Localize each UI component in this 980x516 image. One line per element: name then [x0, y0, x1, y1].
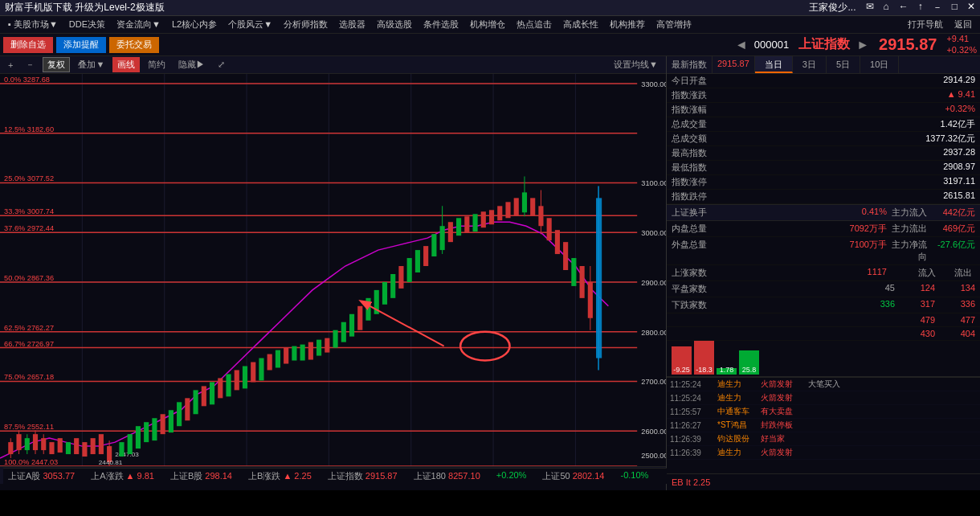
- minimize-icon[interactable]: －: [933, 1, 942, 14]
- close-icon[interactable]: ✕: [967, 1, 975, 14]
- fall-row: 下跌家数 336 317 336: [667, 297, 980, 313]
- act-time-4: 11:26:39: [670, 435, 714, 444]
- zoom-in-btn[interactable]: +: [3, 59, 18, 72]
- act-action-3: 封跌停板: [761, 420, 805, 431]
- menu-item-institution[interactable]: 机构增仓: [465, 17, 510, 32]
- main-content: + － 复权 叠加▼ 画线 简约 隐藏▶ ⤢ 设置均线▼: [0, 56, 980, 490]
- commission-trade-button[interactable]: 委托交易: [109, 37, 159, 53]
- svg-rect-58: [66, 442, 71, 454]
- dianjia-btn[interactable]: 叠加▼: [73, 57, 109, 72]
- flow-in-label: 流入 流出: [887, 267, 975, 279]
- fullscreen-btn[interactable]: ⤢: [213, 58, 230, 72]
- svg-rect-101: [398, 266, 403, 289]
- eb-label: EB It 2.25: [672, 477, 710, 487]
- setting-btn[interactable]: 设置均线▼: [609, 57, 663, 72]
- menu-item-back[interactable]: 返回: [949, 17, 977, 32]
- menu-item-l2[interactable]: L2核心内参: [167, 17, 222, 32]
- flow-header: 上证换手 0.41% 主力流入 442亿元: [667, 205, 980, 221]
- act-row-5: 11:26:39 迪生力 火箭发射: [667, 446, 980, 460]
- svg-rect-113: [489, 210, 494, 224]
- svg-rect-120: [538, 206, 543, 226]
- a-change-val: ▲ 9.81: [126, 471, 154, 481]
- menu-item-dde[interactable]: DDE决策: [64, 17, 110, 32]
- menu-item-exec[interactable]: 高管增持: [651, 17, 696, 32]
- svg-rect-115: [505, 202, 510, 218]
- sh50-pct: -0.10%: [620, 470, 648, 482]
- tab-today[interactable]: 当日: [755, 56, 793, 73]
- add-reminder-button[interactable]: 添加提醒: [56, 37, 106, 53]
- menu-item-analyst[interactable]: 分析师指数: [279, 17, 333, 32]
- svg-rect-127: [588, 282, 593, 318]
- zoom-out-btn[interactable]: －: [21, 57, 39, 72]
- index-nav-left[interactable]: ◄: [735, 38, 748, 52]
- med-out: 477: [935, 315, 975, 325]
- svg-rect-52: [33, 434, 38, 450]
- svg-rect-92: [325, 338, 329, 353]
- act-time-5: 11:26:39: [670, 448, 714, 457]
- bar-val-3: 1.78: [720, 366, 734, 375]
- tab-3day[interactable]: 3日: [793, 56, 827, 73]
- svg-text:2900.00: 2900.00: [641, 279, 666, 287]
- svg-point-133: [460, 332, 509, 361]
- svg-rect-81: [235, 370, 239, 390]
- draw-btn[interactable]: 画线: [112, 57, 140, 72]
- tab-5day[interactable]: 5日: [827, 56, 860, 73]
- jian-btn[interactable]: 简约: [143, 57, 170, 72]
- act-action-4: 好当家: [761, 433, 805, 444]
- sh180-val: 8257.10: [448, 471, 480, 481]
- hide-btn[interactable]: 隐藏▶: [174, 57, 210, 72]
- menu-item-stock-cloud[interactable]: 个股风云▼: [223, 17, 277, 32]
- menu-item-nav[interactable]: 打开导航: [903, 17, 948, 32]
- med-in: 479: [895, 315, 935, 325]
- index-nav-right[interactable]: ►: [856, 38, 869, 52]
- turnover-value: 0.41%: [862, 207, 887, 219]
- svg-rect-50: [25, 438, 30, 450]
- delete-self-select-button[interactable]: 删除自选: [3, 37, 53, 53]
- act-stock-1[interactable]: 迪生力: [717, 392, 757, 403]
- svg-rect-100: [390, 274, 395, 298]
- act-stock-0[interactable]: 迪生力: [717, 379, 757, 390]
- svg-rect-56: [49, 442, 54, 454]
- eb-section: EB It 2.25: [667, 473, 980, 490]
- svg-rect-91: [316, 340, 321, 356]
- act-row-4: 11:26:39 钧达股份 好当家: [667, 432, 980, 446]
- svg-line-131: [370, 306, 444, 346]
- svg-text:2440.81: 2440.81: [99, 459, 123, 466]
- svg-rect-126: [580, 266, 585, 298]
- restore-icon[interactable]: □: [952, 1, 958, 14]
- act-action-5: 火箭发射: [761, 447, 805, 458]
- menu-item-stocks[interactable]: ▪ 美股市场▼: [3, 17, 63, 32]
- act-stock-3[interactable]: *ST鸿昌: [717, 420, 757, 431]
- tab-10day[interactable]: 10日: [860, 56, 899, 73]
- back-icon[interactable]: ←: [899, 1, 909, 14]
- svg-text:33.3% 3007.74: 33.3% 3007.74: [4, 207, 54, 215]
- menu-item-picker[interactable]: 选股器: [334, 17, 370, 32]
- stats-section: 今日开盘 2914.29 指数涨跌 ▲ 9.41 指数涨幅 +0.32% 总成交…: [667, 74, 980, 204]
- svg-text:3000.00: 3000.00: [641, 229, 666, 237]
- home-icon[interactable]: ⌂: [884, 1, 889, 14]
- svg-rect-129: [596, 198, 602, 358]
- forward-icon[interactable]: ↑: [918, 1, 923, 14]
- menu-item-growth[interactable]: 高成长性: [558, 17, 603, 32]
- vol-value: 1.42亿手: [941, 118, 975, 130]
- menu-item-advanced[interactable]: 高级选股: [372, 17, 417, 32]
- act-stock-2[interactable]: 中通客车: [717, 406, 757, 417]
- amt-value: 1377.32亿元: [925, 133, 975, 145]
- act-stock-5[interactable]: 迪生力: [717, 447, 757, 458]
- menu-item-hotspot[interactable]: 热点追击: [512, 17, 557, 32]
- svg-rect-94: [341, 322, 346, 342]
- svg-text:50.0% 2867.36: 50.0% 2867.36: [4, 274, 54, 282]
- outer-vol-value: 7100万手: [850, 239, 887, 263]
- svg-rect-112: [481, 211, 486, 227]
- act-stock-4[interactable]: 钧达股份: [717, 433, 757, 444]
- menu-item-recommend[interactable]: 机构推荐: [605, 17, 650, 32]
- fuquan-btn[interactable]: 复权: [43, 57, 70, 72]
- mail-icon[interactable]: ✉: [866, 1, 874, 14]
- act-action-0: 火箭发射: [761, 379, 805, 390]
- inner-vol-value: 7092万手: [850, 223, 887, 235]
- b-shares-val: 298.14: [205, 471, 232, 481]
- menu-item-condition[interactable]: 条件选股: [419, 17, 463, 32]
- svg-rect-119: [530, 198, 535, 215]
- stat-low: 最低指数 2908.97: [667, 161, 980, 175]
- menu-item-flow[interactable]: 资金流向▼: [112, 17, 165, 32]
